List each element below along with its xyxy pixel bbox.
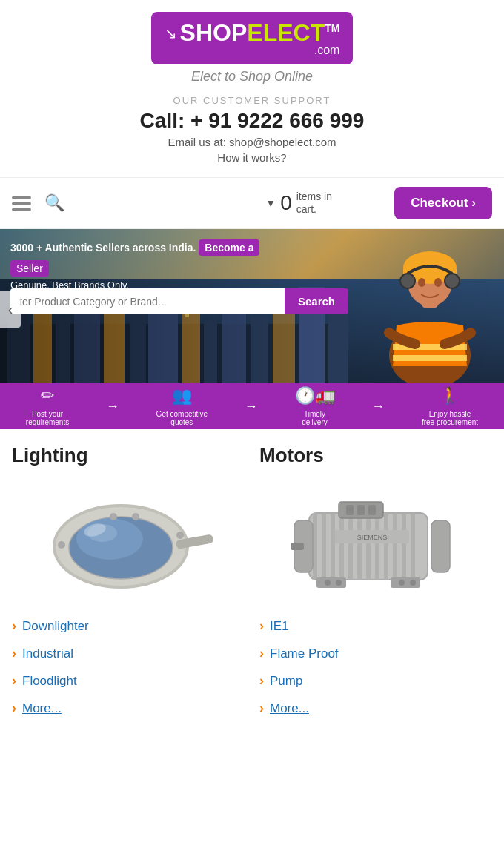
svg-rect-58 [393, 513, 397, 580]
industrial-link[interactable]: Industrial [22, 646, 73, 661]
cart-count: 0 [280, 191, 292, 215]
lighting-title: Lighting [12, 444, 245, 467]
lighting-more-link[interactable]: More... [22, 701, 62, 716]
svg-rect-51 [331, 513, 335, 580]
banner-step-4: 🚶 Enjoy hasslefree procurement [422, 386, 478, 426]
step-arrow-1: → [106, 399, 119, 414]
seller-button[interactable]: Seller [10, 260, 49, 277]
search-input[interactable] [10, 288, 285, 314]
worker-illustration [356, 229, 504, 385]
banner: 3000 + Authentic Sellers across India. B… [0, 229, 504, 429]
banner-step-3: 🕐🚛 Timelydelivery [295, 386, 335, 426]
floodlight-link[interactable]: Floodlight [22, 674, 77, 689]
become-seller-button[interactable]: Become a [199, 239, 259, 256]
svg-rect-28 [393, 355, 467, 361]
banner-step-2: 👥 Get competitivequotes [156, 386, 208, 426]
search-button[interactable]: Search [285, 288, 348, 314]
svg-rect-53 [348, 513, 353, 580]
motors-image: SIEMENS [259, 476, 492, 602]
logo[interactable]: ↘ SHOPELECTTM .com [151, 12, 354, 64]
svg-point-73 [336, 580, 342, 586]
chevron-right-icon: › [12, 701, 16, 716]
hassle-free-icon: 🚶 [440, 386, 460, 406]
logo-arrow-icon: ↘ [165, 24, 177, 42]
chevron-right-icon: › [259, 701, 264, 716]
svg-text:SIEMENS: SIEMENS [357, 534, 388, 541]
svg-point-46 [176, 532, 184, 539]
svg-point-44 [132, 513, 139, 520]
competitive-quotes-icon: 👥 [172, 386, 192, 406]
lighting-column: Lighting [12, 444, 245, 722]
lighting-item-downlighter[interactable]: › Downlighter [12, 612, 245, 640]
logo-elect-text: ELECT [247, 19, 325, 46]
phone-number: Call: + 91 9222 666 999 [7, 109, 497, 133]
svg-rect-54 [357, 513, 362, 580]
svg-rect-55 [366, 513, 371, 580]
motors-column: Motors [259, 444, 492, 722]
support-label: OUR CUSTOMER SUPPORT [7, 95, 497, 106]
pump-link[interactable]: Pump [270, 674, 302, 689]
svg-rect-59 [402, 513, 406, 580]
lighting-item-industrial[interactable]: › Industrial [12, 640, 245, 667]
tagline: Elect to Shop Online [7, 69, 497, 85]
lighting-item-more[interactable]: › More... [12, 695, 245, 722]
motors-item-ie1[interactable]: › IE1 [259, 612, 492, 640]
svg-rect-66 [357, 505, 365, 515]
timely-delivery-icon: 🕐🚛 [295, 386, 335, 406]
step-3-label: Timelydelivery [302, 410, 327, 426]
downlighter-link[interactable]: Downlighter [22, 619, 89, 634]
svg-point-43 [110, 513, 117, 520]
svg-rect-50 [322, 513, 326, 580]
svg-point-35 [400, 274, 415, 288]
svg-rect-60 [411, 513, 415, 580]
svg-rect-67 [368, 505, 376, 515]
cart-area: ▼ 0 items incart. [203, 191, 394, 216]
email-address: Email us at: shop@shopelect.com [7, 136, 497, 148]
svg-rect-63 [291, 543, 304, 550]
motors-more-link[interactable]: More... [270, 701, 309, 716]
svg-rect-62 [431, 520, 450, 572]
checkout-button[interactable]: Checkout [394, 187, 492, 219]
lighting-list: › Downlighter › Industrial › Floodlight … [12, 612, 245, 722]
worker-figure-icon [356, 229, 504, 385]
svg-point-45 [58, 541, 65, 549]
chevron-right-icon: › [12, 646, 16, 661]
svg-rect-65 [346, 505, 354, 515]
step-arrow-3: → [371, 399, 385, 414]
svg-point-33 [418, 278, 425, 287]
banner-step-1: ✏ Post yourrequirements [26, 386, 69, 426]
svg-rect-56 [375, 513, 379, 580]
svg-point-34 [434, 278, 442, 287]
toolbar: 🔍 ▼ 0 items incart. Checkout [0, 177, 504, 229]
slider-prev-arrow[interactable]: ‹ [0, 291, 21, 328]
floodlight-image-icon [39, 480, 217, 598]
svg-rect-49 [313, 513, 317, 580]
cart-dropdown-icon[interactable]: ▼ [265, 197, 276, 209]
chevron-right-icon: › [12, 618, 16, 634]
svg-point-74 [399, 580, 405, 586]
chevron-right-icon: › [259, 618, 264, 634]
motors-item-more[interactable]: › More... [259, 695, 492, 722]
motors-item-flameproof[interactable]: › Flame Proof [259, 640, 492, 667]
motors-list: › IE1 › Flame Proof › Pump › More... [259, 612, 492, 722]
header: ↘ SHOPELECTTM .com Elect to Shop Online … [0, 0, 504, 229]
motor-image-icon: SIEMENS [287, 480, 465, 598]
chevron-right-icon: › [259, 646, 264, 661]
ie1-link[interactable]: IE1 [270, 619, 289, 634]
step-4-label: Enjoy hasslefree procurement [422, 410, 478, 426]
hamburger-menu-icon[interactable] [12, 196, 31, 211]
motors-title: Motors [259, 444, 492, 467]
chevron-right-icon: › [12, 673, 16, 689]
svg-rect-57 [384, 513, 388, 580]
how-it-works-link[interactable]: How it works? [7, 151, 497, 164]
flameproof-link[interactable]: Flame Proof [270, 646, 339, 661]
lighting-item-floodlight[interactable]: › Floodlight [12, 667, 245, 695]
products-section: Lighting [0, 429, 504, 737]
step-arrow-2: → [245, 399, 258, 414]
logo-tm-text: TM [325, 22, 339, 34]
search-icon[interactable]: 🔍 [44, 193, 64, 213]
motors-item-pump[interactable]: › Pump [259, 667, 492, 695]
cart-label: items incart. [296, 191, 332, 216]
lighting-image [12, 476, 245, 602]
svg-point-72 [325, 580, 331, 586]
